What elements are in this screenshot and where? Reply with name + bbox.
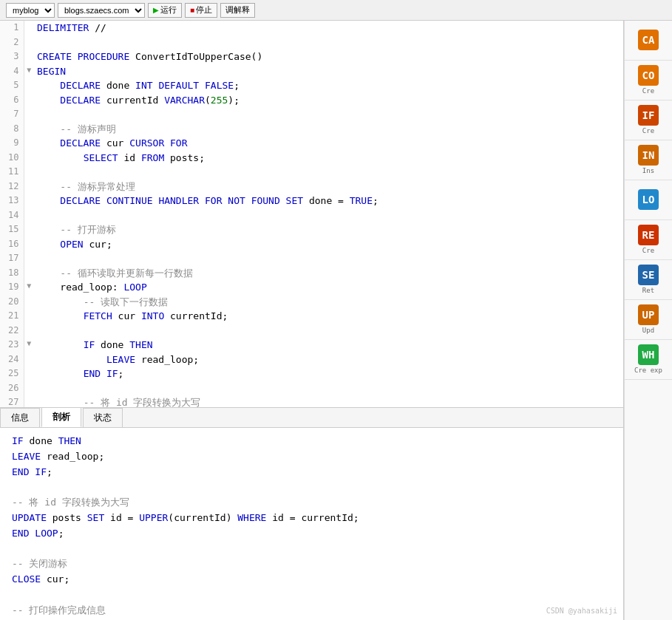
table-row: 18 -- 循环读取并更新每一行数据 (0, 266, 623, 281)
bottom-tab-剖析[interactable]: 剖析 (41, 407, 81, 427)
sidebar-item-in[interactable]: INIns (625, 140, 672, 180)
line-number: 11 (0, 165, 24, 180)
explain-label: 调解释 (225, 4, 250, 16)
run-button[interactable]: ▶ 运行 (148, 3, 182, 18)
sidebar-item-co[interactable]: COCre (625, 61, 672, 101)
table-row: 10 SELECT id FROM posts; (0, 151, 623, 166)
code-line: read_loop: LOOP (34, 280, 623, 295)
sidebar-item-if[interactable]: IFCre (625, 101, 672, 140)
db-selector[interactable]: myblog (6, 3, 55, 18)
fold-indicator (24, 122, 34, 137)
fold-indicator[interactable]: ▼ (24, 64, 34, 79)
table-row: 26 (0, 381, 623, 396)
fold-indicator[interactable]: ▼ (24, 338, 34, 352)
line-number: 17 (0, 251, 24, 266)
blog-selector[interactable]: blogs.szaecs.com (58, 3, 145, 18)
if-icon: IF (638, 105, 659, 126)
code-line: -- 打开游标 (34, 222, 623, 237)
table-row: 6 DECLARE currentId VARCHAR(255); (0, 93, 623, 108)
code-line: DECLARE cur CURSOR FOR (34, 136, 623, 151)
sidebar-label-co: Cre (642, 87, 654, 95)
table-row: 12 -- 游标异常处理 (0, 180, 623, 194)
table-row: 8 -- 游标声明 (0, 122, 623, 137)
table-row: 2 (0, 35, 623, 50)
output-line (12, 480, 611, 495)
ca-icon: CA (638, 30, 659, 50)
bottom-tabs: 信息剖析状态 (0, 407, 623, 428)
code-line: DELIMITER // (34, 21, 623, 35)
line-number: 8 (0, 122, 24, 137)
line-number: 9 (0, 136, 24, 151)
fold-indicator (24, 136, 34, 151)
code-line: -- 循环读取并更新每一行数据 (34, 266, 623, 281)
bottom-tab-状态[interactable]: 状态 (83, 408, 123, 427)
code-line: DECLARE CONTINUE HANDLER FOR NOT FOUND S… (34, 194, 623, 208)
line-number: 18 (0, 266, 24, 281)
line-number: 5 (0, 78, 24, 93)
fold-indicator (24, 194, 34, 208)
output-line: -- 打印操作完成信息 (12, 603, 611, 619)
fold-indicator (24, 222, 34, 237)
code-editor[interactable]: 1DELIMITER //2 3CREATE PROCEDURE Convert… (0, 21, 623, 407)
code-line: END IF; (34, 367, 623, 381)
line-number: 15 (0, 222, 24, 237)
fold-indicator[interactable]: ▼ (24, 280, 34, 295)
code-line (34, 165, 623, 180)
stop-button[interactable]: ■ 停止 (185, 3, 217, 18)
table-row: 24 LEAVE read_loop; (0, 352, 623, 367)
table-row: 22 (0, 324, 623, 338)
line-number: 24 (0, 352, 24, 367)
fold-indicator (24, 309, 34, 324)
output-panel[interactable]: IF done THEN LEAVE read_loop; END IF; --… (0, 428, 623, 620)
table-row: 20 -- 读取下一行数据 (0, 295, 623, 310)
code-line (34, 35, 623, 50)
line-number: 20 (0, 295, 24, 310)
fold-indicator (24, 367, 34, 381)
table-row: 25 END IF; (0, 367, 623, 381)
lo-icon: LO (638, 189, 659, 210)
line-number: 2 (0, 35, 24, 50)
bottom-tab-信息[interactable]: 信息 (0, 408, 40, 427)
code-line: OPEN cur; (34, 237, 623, 252)
line-number: 10 (0, 151, 24, 166)
sidebar-item-re[interactable]: RECre (625, 220, 672, 260)
up-icon: UP (638, 304, 659, 325)
code-line: -- 将 id 字段转换为大写 (34, 395, 623, 407)
output-line (12, 542, 611, 557)
fold-indicator (24, 266, 34, 281)
code-line (34, 251, 623, 266)
code-line: DECLARE currentId VARCHAR(255); (34, 93, 623, 108)
fold-indicator (24, 324, 34, 338)
output-line (12, 587, 611, 603)
fold-indicator (24, 78, 34, 93)
table-row: 7 (0, 107, 623, 122)
fold-indicator (24, 180, 34, 194)
sidebar-item-ca[interactable]: CA (625, 21, 672, 61)
line-number: 6 (0, 93, 24, 108)
play-icon: ▶ (153, 6, 159, 14)
stop-icon: ■ (190, 6, 194, 14)
sidebar-label-re: Cre (642, 247, 654, 255)
code-line: CREATE PROCEDURE ConvertIdToUpperCase() (34, 50, 623, 64)
line-number: 4 (0, 64, 24, 79)
code-line: -- 读取下一行数据 (34, 295, 623, 310)
fold-indicator (24, 395, 34, 407)
table-row: 16 OPEN cur; (0, 237, 623, 252)
output-line: -- 将 id 字段转换为大写 (12, 495, 611, 511)
sidebar-item-up[interactable]: UPUpd (625, 300, 672, 340)
fold-indicator (24, 295, 34, 310)
table-row: 17 (0, 251, 623, 266)
sidebar-item-wh[interactable]: WHCre exp (625, 340, 672, 380)
right-sidebar: CACOCreIFCreINInsLORECreSERetUPUpdWHCre … (624, 21, 672, 620)
line-number: 27 (0, 395, 24, 407)
line-number: 22 (0, 324, 24, 338)
fold-indicator (24, 237, 34, 252)
output-line: END IF; (12, 465, 611, 480)
line-number: 14 (0, 208, 24, 223)
code-line: SELECT id FROM posts; (34, 151, 623, 166)
explain-button[interactable]: 调解释 (220, 3, 255, 18)
toolbar: myblog blogs.szaecs.com ▶ 运行 ■ 停止 调解释 (0, 0, 672, 21)
sidebar-item-lo[interactable]: LO (625, 180, 672, 220)
sidebar-item-se[interactable]: SERet (625, 260, 672, 300)
line-number: 16 (0, 237, 24, 252)
